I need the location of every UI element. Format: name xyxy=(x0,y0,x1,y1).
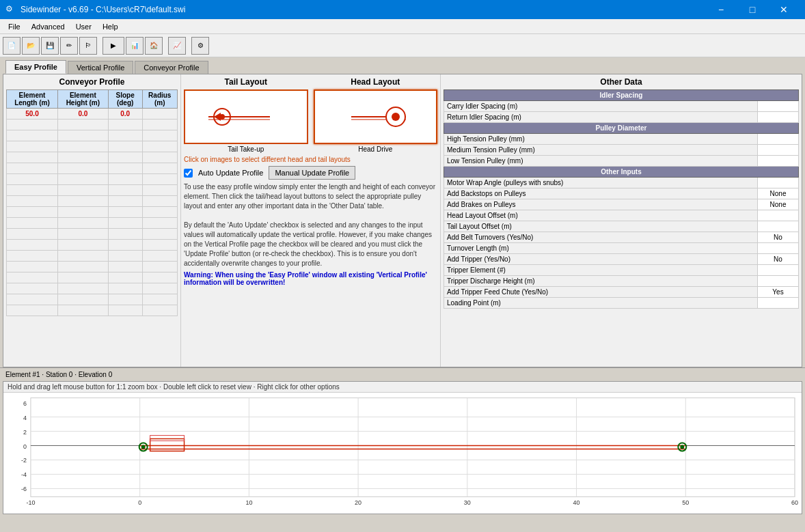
low-tension-label: Low Tension Pulley (mm) xyxy=(444,156,758,167)
table-row xyxy=(7,283,178,294)
table-row: Turnover Length (m) xyxy=(444,243,799,254)
toolbar-settings[interactable]: ⚙ xyxy=(191,37,209,55)
carry-idler-value[interactable] xyxy=(758,101,799,112)
minimize-button[interactable]: − xyxy=(705,0,737,19)
svg-text:60: 60 xyxy=(791,499,798,506)
toolbar-flag[interactable]: 🏳 xyxy=(79,37,97,55)
belt-turnovers-value[interactable]: No xyxy=(758,232,799,243)
high-tension-value[interactable] xyxy=(758,134,799,145)
svg-text:0: 0 xyxy=(138,499,141,506)
tab-vertical-profile[interactable]: Vertical Profile xyxy=(68,61,133,74)
description-text: To use the easy profile window simply en… xyxy=(184,182,437,268)
tripper-discharge-value[interactable] xyxy=(758,276,799,287)
tripper-chute-value[interactable]: Yes xyxy=(758,287,799,298)
motor-wrap-value[interactable] xyxy=(758,178,799,188)
table-row: Carry Idler Spacing (m) xyxy=(444,101,799,112)
cell-slope-1[interactable]: 0.0 xyxy=(108,109,142,120)
add-tripper-label: Add Tripper (Yes/No) xyxy=(444,254,758,265)
tail-offset-label: Tail Layout Offset (m) xyxy=(444,221,758,232)
click-instruction: Click on images to select different head… xyxy=(184,156,437,163)
tab-conveyor-profile[interactable]: Conveyor Profile xyxy=(135,61,208,74)
menu-advanced[interactable]: Advanced xyxy=(26,21,70,32)
status-bar: Element #1 · Station 0 · Elevation 0 xyxy=(0,367,805,381)
menu-help[interactable]: Help xyxy=(97,21,124,32)
other-data-panel: Other Data Idler Spacing Carry Idler Spa… xyxy=(441,74,802,367)
close-button[interactable]: ✕ xyxy=(768,0,800,19)
table-row xyxy=(7,305,178,316)
tail-offset-value[interactable] xyxy=(758,221,799,232)
carry-idler-label: Carry Idler Spacing (m) xyxy=(444,101,758,112)
warning-text: Warning: When using the 'Easy Profile' w… xyxy=(184,271,437,286)
head-layout-svg xyxy=(331,96,420,137)
cell-length-2[interactable] xyxy=(7,120,58,130)
table-row xyxy=(7,120,178,130)
table-row: Return Idler Spacing (m) xyxy=(444,112,799,123)
maximize-button[interactable]: □ xyxy=(737,0,768,19)
return-idler-label: Return Idler Spacing (m) xyxy=(444,112,758,123)
toolbar-edit[interactable]: ✏ xyxy=(60,37,78,55)
high-tension-label: High Tension Pulley (mm) xyxy=(444,134,758,145)
loading-point-value[interactable] xyxy=(758,298,799,309)
menu-file[interactable]: File xyxy=(3,21,26,32)
menu-user[interactable]: User xyxy=(70,21,97,32)
tripper-chute-label: Add Tripper Feed Chute (Yes/No) xyxy=(444,287,758,298)
svg-text:30: 30 xyxy=(464,499,471,506)
add-tripper-value[interactable]: No xyxy=(758,254,799,265)
window-controls: − □ ✕ xyxy=(705,0,800,19)
toolbar-new[interactable]: 📄 xyxy=(3,37,21,55)
cell-height-2[interactable] xyxy=(57,120,108,130)
tail-layout-image[interactable] xyxy=(184,89,308,144)
svg-text:20: 20 xyxy=(355,499,361,506)
svg-text:6: 6 xyxy=(23,400,27,407)
medium-tension-value[interactable] xyxy=(758,145,799,156)
toolbar-save[interactable]: 💾 xyxy=(41,37,59,55)
return-idler-value[interactable] xyxy=(758,112,799,123)
tripper-element-value[interactable] xyxy=(758,265,799,276)
svg-point-44 xyxy=(141,445,146,449)
head-layout-label: Head Drive xyxy=(314,145,438,153)
menu-bar: File Advanced User Help xyxy=(0,19,805,34)
toolbar-report[interactable]: 📊 xyxy=(126,37,144,55)
section-header-row: Pulley Diameter xyxy=(444,123,799,134)
motor-wrap-label: Motor Wrap Angle (pulleys with snubs) xyxy=(444,178,758,188)
toolbar-main[interactable]: 🏠 xyxy=(145,37,163,55)
tail-layout-svg xyxy=(202,96,290,137)
cell-slope-2[interactable] xyxy=(108,120,142,130)
cell-radius-2[interactable] xyxy=(142,120,177,130)
toolbar-open[interactable]: 📂 xyxy=(22,37,40,55)
auto-update-checkbox[interactable] xyxy=(184,169,193,178)
head-offset-value[interactable] xyxy=(758,210,799,221)
table-row: Tail Layout Offset (m) xyxy=(444,221,799,232)
manual-update-button[interactable]: Manual Update Profile xyxy=(269,166,355,180)
cell-length-1[interactable]: 50.0 xyxy=(7,109,58,120)
pulley-diameter-header: Pulley Diameter xyxy=(444,123,799,134)
head-layout-image[interactable] xyxy=(314,89,438,144)
backstops-value[interactable]: None xyxy=(758,188,799,199)
toolbar-calc[interactable]: ▶ xyxy=(103,37,124,55)
turnover-length-value[interactable] xyxy=(758,243,799,254)
other-inputs-header: Other Inputs xyxy=(444,167,799,178)
auto-update-row: Auto Update Profile Manual Update Profil… xyxy=(184,166,437,180)
toolbar-chart[interactable]: 📈 xyxy=(168,37,186,55)
loading-point-label: Loading Point (m) xyxy=(444,298,758,309)
tripper-discharge-label: Tripper Discharge Height (m) xyxy=(444,276,758,287)
status-text: Element #1 · Station 0 · Elevation 0 xyxy=(5,371,112,378)
table-row: Tripper Element (#) xyxy=(444,265,799,276)
brakes-label: Add Brakes on Pulleys xyxy=(444,199,758,210)
table-row: High Tension Pulley (mm) xyxy=(444,134,799,145)
tab-easy-profile[interactable]: Easy Profile xyxy=(5,60,66,74)
section-header-row: Other Inputs xyxy=(444,167,799,178)
low-tension-value[interactable] xyxy=(758,156,799,167)
table-row xyxy=(7,141,178,152)
brakes-value[interactable]: None xyxy=(758,199,799,210)
cell-radius-1[interactable] xyxy=(142,109,177,120)
table-row: Add Tripper Feed Chute (Yes/No) Yes xyxy=(444,287,799,298)
chart-container[interactable]: Hold and drag left mouse button for 1:1 … xyxy=(3,381,802,514)
table-row: Add Backstops on Pulleys None xyxy=(444,188,799,199)
col-element-length: Element Length (m) xyxy=(7,90,58,109)
head-layout-title: Head Layout xyxy=(314,77,438,87)
chart-area[interactable]: 0 2 4 6 -2 -4 -6 -10 0 10 20 30 40 50 60 xyxy=(3,393,802,509)
cell-height-1[interactable]: 0.0 xyxy=(57,109,108,120)
app-icon: ⚙ xyxy=(5,4,16,15)
svg-text:-6: -6 xyxy=(21,486,27,492)
